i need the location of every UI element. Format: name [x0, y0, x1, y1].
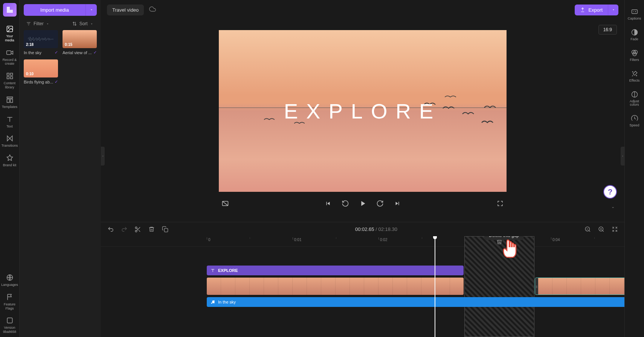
filter-button[interactable]: Filter: [26, 21, 49, 26]
audio-clip[interactable]: In the sky: [207, 297, 624, 307]
timeline-tracks: EXPLORE || In the sky: [101, 247, 624, 266]
text-icon: [6, 115, 14, 123]
export-button[interactable]: Export: [575, 5, 608, 15]
split-button[interactable]: [134, 226, 142, 233]
flag-icon: [6, 293, 14, 301]
undo-button[interactable]: [107, 226, 114, 233]
filter-icon: [26, 21, 31, 26]
chevron-down-icon: [46, 22, 49, 26]
preview-wrap: EXPLORE: [101, 20, 624, 222]
svg-point-24: [636, 75, 637, 76]
media-thumbnail: 0:10: [24, 59, 58, 77]
top-bar: Travel video Export: [101, 0, 624, 20]
fullscreen-button[interactable]: [495, 199, 505, 208]
text-clip[interactable]: EXPLORE: [207, 266, 464, 275]
import-media-button[interactable]: Import media: [24, 4, 85, 16]
brand-icon: [6, 154, 14, 162]
nav-transitions[interactable]: Transitions: [1, 131, 19, 151]
bird-graphic: [460, 111, 476, 117]
right-sidebar: Captions Fade Filters Effects Adjust col…: [624, 0, 644, 337]
clip-handle[interactable]: ||: [535, 278, 538, 294]
svg-point-23: [632, 71, 633, 72]
help-button[interactable]: ?: [603, 185, 617, 199]
nav-languages[interactable]: Languages: [1, 270, 19, 290]
bird-graphic: [264, 117, 275, 123]
nav-record-create[interactable]: Record & create: [1, 46, 19, 69]
zoom-in-button[interactable]: [597, 226, 605, 233]
media-panel: Import media Filter Sort 2:18 In the sky…: [20, 0, 101, 337]
app-logo[interactable]: [3, 3, 17, 17]
media-item-audio[interactable]: 2:18 In the sky✓: [24, 30, 58, 55]
tool-adjust-colors[interactable]: Adjust colors: [626, 87, 644, 110]
effects-icon: [630, 70, 639, 78]
play-button[interactable]: [358, 199, 368, 208]
svg-rect-3: [7, 73, 9, 76]
nav-your-media[interactable]: Your media: [1, 22, 19, 46]
templates-icon: [6, 96, 14, 104]
chevron-down-icon: [612, 8, 615, 12]
preview-overlay-text: EXPLORE: [284, 99, 442, 123]
media-item-video1[interactable]: 0:15 Aerial view of ...✓: [63, 30, 97, 55]
export-button-group: Export: [575, 5, 618, 15]
check-icon: ✓: [55, 79, 58, 84]
music-icon: [211, 300, 215, 304]
svg-rect-18: [632, 10, 637, 14]
media-item-video2[interactable]: 0:10 Birds flying ab...✓: [24, 59, 58, 84]
svg-rect-8: [7, 99, 9, 102]
timeline-ruler[interactable]: 0 0:01 0:02 0:03 0:04 0:05: [101, 236, 624, 247]
import-dropdown[interactable]: [85, 4, 97, 16]
audio-off-button[interactable]: [220, 199, 230, 208]
filters-icon: [630, 49, 639, 57]
chevron-down-icon: [90, 8, 93, 12]
zoom-out-button[interactable]: [584, 226, 591, 233]
forward-button[interactable]: [375, 199, 385, 208]
check-icon: ✓: [93, 50, 97, 55]
svg-rect-15: [164, 228, 168, 232]
skip-start-button[interactable]: [323, 199, 333, 208]
library-icon: [6, 72, 14, 80]
help-chevron[interactable]: ⌄: [611, 204, 615, 209]
tool-filters[interactable]: Filters: [626, 46, 644, 65]
nav-feature-flags[interactable]: Feature Flags: [1, 290, 19, 314]
bird-graphic: [482, 105, 497, 111]
timeline-area[interactable]: Delete this gap 0 0:01 0:02 0:03 0:04 0:…: [101, 236, 624, 337]
video-clip-1[interactable]: [207, 278, 464, 295]
sort-icon: [72, 21, 77, 26]
tool-captions[interactable]: Captions: [626, 5, 644, 24]
transitions-icon: [6, 134, 14, 143]
video-preview[interactable]: EXPLORE: [219, 30, 507, 192]
svg-rect-11: [7, 318, 12, 323]
nav-content-library[interactable]: Content library: [1, 69, 19, 93]
tool-effects[interactable]: Effects: [626, 67, 644, 86]
nav-version[interactable]: Version 9ba8658: [1, 313, 19, 337]
cloud-sync-icon[interactable]: [149, 6, 156, 14]
upload-icon: [580, 7, 585, 12]
media-icon: [6, 25, 14, 33]
fit-zoom-button[interactable]: [611, 226, 618, 233]
tool-speed[interactable]: Speed: [626, 111, 644, 131]
left-sidebar: Your media Record & create Content libra…: [0, 0, 20, 337]
delete-gap-button[interactable]: [496, 239, 502, 246]
project-name-input[interactable]: Travel video: [107, 5, 144, 15]
export-dropdown[interactable]: [608, 5, 618, 15]
svg-rect-5: [7, 77, 9, 79]
globe-icon: [6, 273, 14, 282]
speed-icon: [630, 114, 639, 123]
nav-brand-kit[interactable]: Brand kit: [1, 151, 19, 170]
delete-button[interactable]: [148, 226, 155, 233]
duplicate-button[interactable]: [161, 226, 169, 233]
svg-rect-4: [10, 73, 12, 76]
text-icon: [211, 268, 215, 273]
media-thumbnail: 0:15: [63, 30, 97, 48]
nav-templates[interactable]: Templates: [1, 93, 19, 112]
redo-button[interactable]: [121, 226, 128, 233]
skip-end-button[interactable]: [392, 199, 402, 208]
nav-text[interactable]: Text: [1, 112, 19, 132]
sort-button[interactable]: Sort: [72, 21, 93, 26]
playhead[interactable]: [435, 236, 435, 337]
video-clip-2[interactable]: ||: [535, 278, 624, 295]
rewind-button[interactable]: [340, 199, 350, 208]
record-icon: [6, 49, 14, 57]
svg-rect-6: [10, 77, 12, 79]
tool-fade[interactable]: Fade: [626, 25, 644, 44]
